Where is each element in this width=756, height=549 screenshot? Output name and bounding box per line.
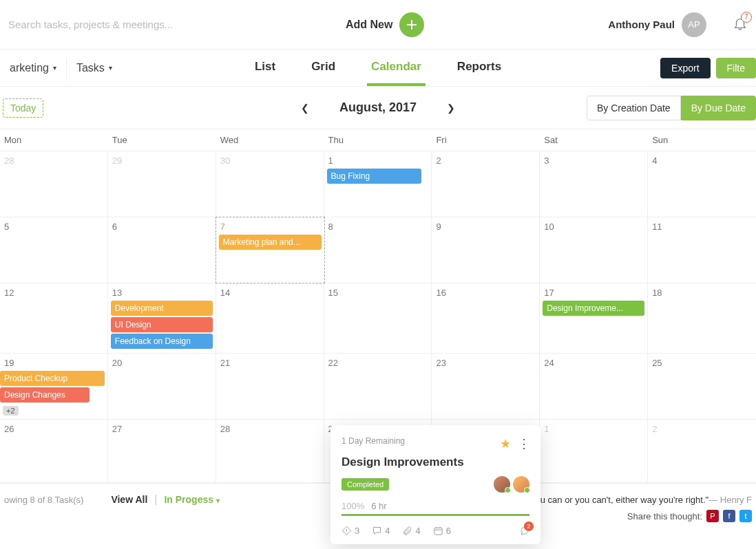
filter-button[interactable]: Filte xyxy=(716,58,756,78)
day-cell[interactable]: 26 xyxy=(0,420,108,482)
week-row: 5 6 7 Marketing plan and... 8 9 10 11 xyxy=(0,217,756,283)
event-marketing-plan[interactable]: Marketing plan and... xyxy=(219,235,322,250)
tab-calendar[interactable]: Calendar xyxy=(367,50,426,86)
day-number: 18 xyxy=(652,288,752,298)
event-feedback[interactable]: Feedback on Design xyxy=(111,334,213,349)
more-events[interactable]: +2 xyxy=(3,406,19,416)
stat-calendar[interactable]: 6 xyxy=(433,526,451,536)
addnew-button[interactable] xyxy=(399,12,424,37)
search-input[interactable] xyxy=(8,19,311,30)
separator: | xyxy=(154,493,157,506)
week-row: 12 13 Development UI Design Feedback on … xyxy=(0,283,756,354)
prev-month-button[interactable]: ❮ xyxy=(301,103,309,114)
day-cell[interactable]: 18 xyxy=(648,283,756,353)
day-cell[interactable]: 8 xyxy=(324,217,432,283)
day-number: 24 xyxy=(544,358,643,368)
day-cell[interactable]: 14 xyxy=(216,283,324,353)
export-button[interactable]: Export xyxy=(660,58,710,78)
event-ui-design[interactable]: UI Design xyxy=(111,317,213,332)
star-icon[interactable]: ★ xyxy=(500,436,511,451)
day-cell[interactable]: 12 xyxy=(0,283,108,353)
day-cell[interactable]: 16 xyxy=(432,283,540,353)
day-cell[interactable]: 28 xyxy=(0,151,108,217)
assignee-avatar[interactable] xyxy=(513,476,529,493)
tab-grid[interactable]: Grid xyxy=(307,50,339,86)
day-cell[interactable]: 20 xyxy=(108,354,216,419)
kebab-menu[interactable]: ⋮ xyxy=(518,436,529,451)
event-product-checkup[interactable]: Product Checkup xyxy=(0,371,105,386)
day-cell[interactable]: 6 xyxy=(108,217,216,283)
day-cell-today[interactable]: 7 Marketing plan and... xyxy=(216,217,325,283)
day-cell[interactable]: 9 xyxy=(432,217,540,283)
diamond-icon xyxy=(342,526,352,536)
day-cell[interactable]: 22 xyxy=(324,354,432,419)
caret-down-icon: ▾ xyxy=(109,64,112,72)
day-cell[interactable]: 19 Product Checkup Design Changes +2 xyxy=(0,354,108,419)
day-cell[interactable]: 17 Design Improveme... xyxy=(540,283,648,353)
day-number: 2 xyxy=(652,424,752,434)
day-cell[interactable]: 24 xyxy=(540,354,648,419)
stat-priority[interactable]: 3 xyxy=(342,526,359,536)
event-development[interactable]: Development xyxy=(111,301,213,316)
share-twitter[interactable]: t xyxy=(739,510,752,522)
day-cell[interactable]: 13 Development UI Design Feedback on Des… xyxy=(108,283,216,353)
dayhead-mon: Mon xyxy=(0,129,108,151)
day-cell[interactable]: 1 xyxy=(540,420,648,482)
day-number: 16 xyxy=(436,288,535,298)
day-cell[interactable]: 5 xyxy=(0,217,108,283)
day-number: 5 xyxy=(4,222,103,232)
share-pinterest[interactable]: P xyxy=(706,510,719,522)
day-number: 28 xyxy=(4,155,103,166)
stat-value: 4 xyxy=(415,526,420,536)
remaining-label: 1 Day Remaining xyxy=(342,436,500,446)
day-cell[interactable]: 2 xyxy=(648,420,756,482)
day-cell[interactable]: 4 xyxy=(648,151,756,217)
event-design-improvements[interactable]: Design Improveme... xyxy=(543,301,644,316)
day-cell[interactable]: 30 xyxy=(216,151,324,217)
stat-attachments[interactable]: 4 xyxy=(402,526,420,536)
event-design-changes[interactable]: Design Changes xyxy=(0,387,90,402)
breadcrumb-tasks[interactable]: Tasks▾ xyxy=(67,58,122,78)
toggle-creation-date[interactable]: By Creation Date xyxy=(587,96,681,120)
day-cell[interactable]: 23 xyxy=(432,354,540,419)
stat-chat[interactable]: 2 xyxy=(519,526,529,536)
stat-value: 4 xyxy=(385,526,390,536)
day-number: 1 xyxy=(544,424,643,434)
day-cell[interactable]: 25 xyxy=(648,354,756,419)
calendar: Mon Tue Wed Thu Fri Sat Sun 28 29 30 1 B… xyxy=(0,129,756,483)
day-cell[interactable]: 29 xyxy=(108,151,216,217)
day-number: 10 xyxy=(544,222,643,232)
duration-label: 6 hr xyxy=(371,501,386,511)
inprogress-filter[interactable]: In Progess ▾ xyxy=(164,494,219,505)
day-cell[interactable]: 21 xyxy=(216,354,324,419)
view-tabs: List Grid Calendar Reports xyxy=(251,50,505,86)
tab-list[interactable]: List xyxy=(251,50,280,86)
notifications-button[interactable]: 7 xyxy=(733,16,748,34)
caret-down-icon: ▾ xyxy=(216,497,220,504)
progress-bar xyxy=(342,514,529,516)
day-cell[interactable]: 11 xyxy=(648,217,756,283)
day-cell[interactable]: 2 xyxy=(432,151,540,217)
day-cell[interactable]: 10 xyxy=(540,217,648,283)
day-number: 17 xyxy=(544,288,643,298)
assignee-avatar[interactable] xyxy=(494,476,510,493)
day-number: 8 xyxy=(328,222,428,232)
view-all-link[interactable]: View All xyxy=(111,494,147,505)
toggle-due-date[interactable]: By Due Date xyxy=(681,96,756,120)
notif-badge: 7 xyxy=(741,12,752,23)
avatar[interactable]: AP xyxy=(682,12,706,37)
day-cell[interactable]: 3 xyxy=(540,151,648,217)
tab-reports[interactable]: Reports xyxy=(453,50,505,86)
day-number: 25 xyxy=(652,358,752,368)
next-month-button[interactable]: ❯ xyxy=(447,103,455,114)
event-bug-fixing[interactable]: Bug Fixing xyxy=(327,169,421,184)
inprogress-label: In Progess xyxy=(164,494,213,505)
day-cell[interactable]: 27 xyxy=(108,420,216,482)
day-cell[interactable]: 28 xyxy=(216,420,324,482)
day-cell[interactable]: 1 Bug Fixing xyxy=(324,151,432,217)
today-button[interactable]: Today xyxy=(3,98,43,118)
day-cell[interactable]: 15 xyxy=(324,283,432,353)
stat-comments[interactable]: 4 xyxy=(372,526,390,536)
breadcrumb-project[interactable]: arketing▾ xyxy=(0,58,67,78)
share-facebook[interactable]: f xyxy=(723,510,735,522)
